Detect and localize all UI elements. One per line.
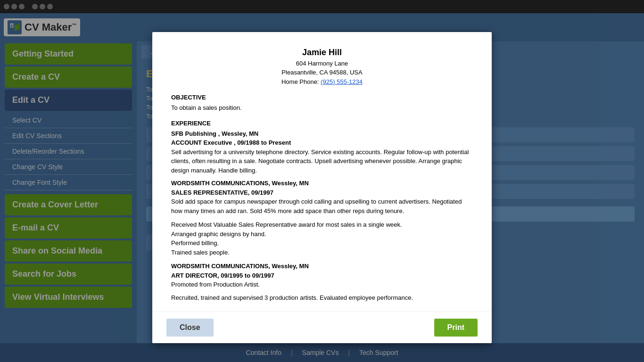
resume-company-3: WORDSMITH COMMUNICATIONS, Wessley, MN: [171, 262, 473, 271]
top-bar-group-2: [32, 4, 53, 9]
modal: Jamie Hill 604 Harmony Lane Pleasantvill…: [152, 32, 492, 344]
resume-address1: 604 Harmony Lane: [171, 59, 473, 68]
dot: [40, 4, 45, 9]
top-bar-group-1: [4, 4, 25, 9]
resume-company-2: WORDSMITH COMMUNICATIONS, Wessley, MN: [171, 179, 473, 188]
dot: [4, 4, 9, 9]
resume-job-desc-3: Promoted from Production Artist.: [171, 280, 473, 289]
resume-achievement-2: Performed billing.: [171, 239, 473, 248]
resume-job-desc-1: Sell advertising for a university teleph…: [171, 148, 473, 175]
resume-achievement-1: Arranged graphic designs by hand.: [171, 230, 473, 239]
resume-objective-text: To obtain a sales position.: [171, 103, 473, 113]
resume-company-1: SFB Publishing , Wessley, MN: [171, 129, 473, 139]
resume-objective-title: OBJECTIVE: [171, 93, 473, 102]
resume-phone-label: Home Phone:: [281, 78, 319, 85]
resume-address2: Pleasantville, CA 94588, USA: [171, 68, 473, 77]
resume-phone: Home Phone: (925) 555-1234: [171, 77, 473, 87]
resume-job-title-3: ART DIRECTOR, 09/1995 to 09/1997: [171, 271, 473, 280]
resume-phone-number[interactable]: (925) 555-1234: [321, 78, 363, 85]
print-button[interactable]: Print: [434, 319, 478, 337]
resume-achievement-0: Received Most Valuable Sales Representat…: [171, 220, 473, 230]
resume-achievement2-0: Recruited, trained and supervised 3 prod…: [171, 293, 473, 303]
dot: [19, 4, 25, 9]
resume-name: Jamie Hill: [171, 46, 473, 59]
dot: [32, 4, 38, 9]
resume-job-title-1: ACCOUNT Executive , 09/1988 to Present: [171, 138, 473, 148]
dot: [11, 4, 17, 9]
dot: [47, 4, 53, 9]
modal-footer: Close Print: [152, 312, 492, 343]
resume-job-desc-2: Sold add space for campus newspaper thro…: [171, 197, 473, 215]
top-bar: [0, 0, 644, 13]
close-button[interactable]: Close: [166, 319, 214, 337]
modal-overlay[interactable]: Jamie Hill 604 Harmony Lane Pleasantvill…: [0, 13, 644, 362]
resume-achievement-3: Trained sales people.: [171, 248, 473, 257]
resume-job-title-2: SALES REPRESENTATIVE, 09/1997: [171, 188, 473, 197]
modal-body: Jamie Hill 604 Harmony Lane Pleasantvill…: [152, 32, 492, 312]
resume-experience-title: EXPERIENCE: [171, 119, 473, 128]
